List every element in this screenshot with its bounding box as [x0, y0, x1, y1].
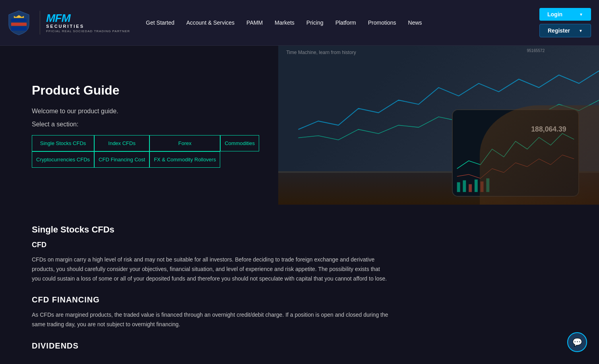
btn-index-cfds[interactable]: Index CFDs: [94, 135, 149, 151]
nav-platform[interactable]: Platform: [335, 19, 356, 26]
btn-cfd-financing[interactable]: CFD Financing Cost: [94, 151, 149, 168]
hero-select-label: Select a section:: [32, 121, 254, 128]
nav-account-services[interactable]: Account & Services: [186, 19, 235, 26]
product-grid: Single Stocks CFDs Index CFDs Forex Comm…: [32, 135, 246, 168]
nav-promotions[interactable]: Promotions: [368, 19, 396, 26]
btn-single-stocks[interactable]: Single Stocks CFDs: [32, 135, 94, 151]
register-chevron: ▼: [579, 29, 583, 33]
register-button[interactable]: Register ▼: [539, 24, 591, 37]
svg-rect-2: [11, 27, 27, 31]
cfd-financing-body: As CFDs are margined products, the trade…: [32, 310, 390, 329]
logo-brand: MFM: [46, 13, 130, 24]
svg-rect-8: [469, 184, 472, 192]
login-button[interactable]: Login ▼: [539, 8, 591, 21]
nav-get-started[interactable]: Get Started: [146, 19, 174, 26]
svg-rect-6: [457, 182, 460, 192]
svg-rect-7: [463, 180, 466, 192]
logo-securities: SECURITIES: [46, 24, 130, 29]
btn-commodities[interactable]: Commodities: [220, 135, 259, 151]
cfd-financing-heading: CFD FINANCING: [32, 295, 567, 304]
nav-markets[interactable]: Markets: [275, 19, 295, 26]
hero-image: Time Machine, learn from history 9516557…: [278, 46, 599, 205]
nav-buttons: Login ▼ Register ▼: [539, 8, 591, 37]
section-heading: Single Stocks CFDs: [32, 225, 567, 235]
btn-forex[interactable]: Forex: [149, 135, 220, 151]
nav-pricing[interactable]: Pricing: [306, 19, 324, 26]
btn-crypto-cfds[interactable]: Cryptocurrencies CFDs: [32, 151, 94, 168]
chat-button[interactable]: 💬: [567, 332, 587, 352]
hero-subtitle: Welcome to our product guide.: [32, 108, 254, 115]
svg-text:Time Machine, learn from histo: Time Machine, learn from history: [286, 50, 356, 55]
content-section: Single Stocks CFDs CFD CFDs on margin ca…: [0, 205, 599, 364]
nav-pamm[interactable]: PAMM: [246, 19, 263, 26]
logo-text: MFM SECURITIES FFICIAL REAL SOCIEDAD TRA…: [46, 13, 130, 33]
login-chevron: ▼: [579, 12, 583, 17]
cfd-heading: CFD: [32, 241, 567, 249]
navbar: MFM SECURITIES FFICIAL REAL SOCIEDAD TRA…: [0, 0, 599, 46]
nav-news[interactable]: News: [408, 19, 422, 26]
hero-section: Product Guide Welcome to our product gui…: [0, 46, 599, 205]
cfd-body: CFDs on margin carry a high level of ris…: [32, 255, 390, 283]
logo-badge: [8, 10, 30, 36]
grid-empty-cell: [220, 151, 259, 168]
hand-overlay: [480, 105, 599, 205]
svg-rect-1: [11, 23, 27, 26]
nav-links: Get Started Account & Services PAMM Mark…: [146, 19, 527, 26]
dividends-heading: DIVIDENDS: [32, 341, 567, 350]
chat-icon: 💬: [572, 337, 582, 347]
hero-title: Product Guide: [32, 83, 254, 98]
btn-fx-rollovers[interactable]: FX & Commodity Rollovers: [149, 151, 220, 168]
logo-partner: FFICIAL REAL SOCIEDAD TRADING PARTNER: [46, 29, 130, 33]
svg-rect-0: [11, 19, 27, 22]
svg-text:95165572: 95165572: [527, 48, 545, 53]
logo-divider: [40, 11, 40, 35]
hero-content: Product Guide Welcome to our product gui…: [0, 46, 278, 205]
svg-rect-9: [475, 180, 478, 192]
logo-area: MFM SECURITIES FFICIAL REAL SOCIEDAD TRA…: [8, 10, 130, 36]
